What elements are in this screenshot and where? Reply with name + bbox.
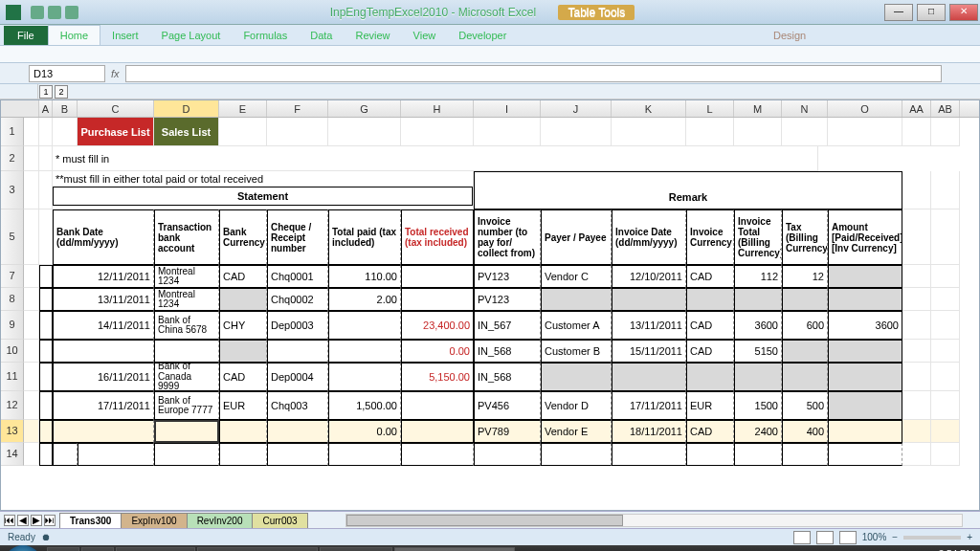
save-icon[interactable]	[31, 6, 44, 19]
cell-total-paid[interactable]: 0.00	[328, 420, 401, 443]
horizontal-scrollbar[interactable]	[345, 514, 963, 527]
cell-inv-date[interactable]: 18/11/2011	[612, 420, 686, 443]
cell-amount[interactable]	[828, 288, 902, 311]
cell-total-paid[interactable]	[328, 311, 401, 340]
cell[interactable]	[39, 363, 53, 391]
cell-inv-date[interactable]	[612, 288, 686, 311]
row-header[interactable]: 9	[1, 311, 24, 340]
cell-payer[interactable]: Vendor D	[541, 391, 612, 420]
cell-inv-curr[interactable]: CAD	[686, 420, 734, 443]
cell[interactable]	[902, 340, 931, 363]
cell-total-recv[interactable]: 0.00	[401, 340, 474, 363]
cell-total-paid[interactable]: 110.00	[328, 265, 401, 288]
redo-icon[interactable]	[65, 6, 78, 19]
cell[interactable]	[902, 420, 931, 443]
cell[interactable]	[474, 118, 541, 146]
minimize-button[interactable]: —	[884, 4, 913, 21]
cell-trans-acct[interactable]: Bank of Europe 7777	[154, 391, 219, 420]
cell[interactable]	[612, 443, 686, 466]
cell[interactable]	[39, 311, 53, 340]
cell[interactable]	[931, 420, 960, 443]
cell-amount[interactable]	[828, 420, 902, 443]
row-header[interactable]: 10	[1, 340, 24, 363]
cell-total-paid[interactable]: 1,500.00	[328, 391, 401, 420]
cell-amount[interactable]	[828, 265, 902, 288]
cell-inv-date[interactable]	[612, 363, 686, 391]
cell-total-paid[interactable]: 2.00	[328, 288, 401, 311]
cell[interactable]	[686, 118, 734, 146]
cell[interactable]	[902, 363, 931, 391]
taskbar-item-excel[interactable]: Microsoft Excel - I...	[394, 547, 515, 551]
cell-total-recv[interactable]	[401, 391, 474, 420]
cell-trans-acct[interactable]: Bank of China 5678	[154, 311, 219, 340]
cell-tax[interactable]	[782, 288, 828, 311]
tab-review[interactable]: Review	[344, 26, 401, 45]
cell[interactable]	[686, 443, 734, 466]
cell[interactable]	[734, 118, 782, 146]
taskbar-item-yourcov9[interactable]: YourCoV9	[116, 547, 195, 551]
cell-inv-no[interactable]: IN_568	[474, 340, 541, 363]
cell[interactable]	[401, 118, 474, 146]
cell[interactable]	[541, 118, 612, 146]
cell-cheque[interactable]: Dep0004	[267, 363, 328, 391]
cell-inv-no[interactable]: PV789	[474, 420, 541, 443]
cell-amount[interactable]	[828, 391, 902, 420]
row-header[interactable]: 1	[1, 118, 24, 146]
row-header[interactable]: 7	[1, 265, 24, 288]
cell-cheque[interactable]	[267, 340, 328, 363]
cell-trans-acct[interactable]	[154, 340, 219, 363]
sheet-tab-trans300[interactable]: Trans300	[59, 513, 122, 528]
cell[interactable]	[39, 288, 53, 311]
cell-inv-curr[interactable]: EUR	[686, 391, 734, 420]
view-layout-icon[interactable]	[816, 531, 834, 544]
cell-bank-curr[interactable]: CAD	[219, 265, 267, 288]
cell[interactable]	[474, 443, 541, 466]
sheet-tab-curr003[interactable]: Curr003	[252, 513, 307, 528]
cell[interactable]	[931, 363, 960, 391]
cell-inv-date[interactable]: 15/11/2011	[612, 340, 686, 363]
cell[interactable]	[39, 391, 53, 420]
cell[interactable]	[931, 391, 960, 420]
cell[interactable]	[782, 118, 828, 146]
outline-stub[interactable]	[24, 391, 39, 420]
cell[interactable]	[328, 118, 401, 146]
quick-access-toolbar[interactable]	[27, 6, 82, 19]
outline-stub[interactable]	[24, 420, 39, 443]
cell-inv-total[interactable]: 5150	[734, 340, 782, 363]
worksheet[interactable]: A B C D E F G H I J K L M N O AA AB 1Pur…	[0, 99, 980, 511]
row-header[interactable]: 2	[1, 146, 24, 171]
cell-total-recv[interactable]	[401, 420, 474, 443]
cell-bank-date[interactable]: 17/11/2011	[53, 391, 154, 420]
cell-cheque[interactable]: Dep0003	[267, 311, 328, 340]
cell-tax[interactable]: 400	[782, 420, 828, 443]
cell[interactable]	[931, 340, 960, 363]
tab-page-layout[interactable]: Page Layout	[150, 26, 233, 45]
cell-trans-acct[interactable]: Montreal 1234	[154, 265, 219, 288]
cell-inv-date[interactable]: 17/11/2011	[612, 391, 686, 420]
cell-amount[interactable]	[828, 363, 902, 391]
cell-inv-no[interactable]: PV456	[474, 391, 541, 420]
cell-bank-curr[interactable]	[219, 340, 267, 363]
cell[interactable]	[53, 443, 78, 466]
cell[interactable]	[328, 443, 401, 466]
cell[interactable]	[154, 443, 219, 466]
cell-bank-date[interactable]	[53, 340, 154, 363]
cell[interactable]	[931, 171, 960, 209]
cell[interactable]	[39, 443, 53, 466]
cell[interactable]	[931, 311, 960, 340]
cell-inv-total[interactable]	[734, 363, 782, 391]
cell-payer[interactable]: Vendor C	[541, 265, 612, 288]
cell-trans-acct[interactable]	[154, 420, 219, 443]
cell[interactable]	[39, 340, 53, 363]
sales-list-button[interactable]: Sales List	[154, 118, 219, 146]
cell[interactable]	[39, 146, 53, 171]
cell-inv-total[interactable]: 3600	[734, 311, 782, 340]
cell-total-recv[interactable]: 23,400.00	[401, 311, 474, 340]
cell-total-recv[interactable]	[401, 288, 474, 311]
cell-bank-date[interactable]: 13/11/2011	[53, 288, 154, 311]
row-header[interactable]: 11	[1, 363, 24, 391]
fx-icon[interactable]: fx	[111, 68, 120, 79]
row-header[interactable]: 5	[1, 209, 24, 265]
sheet-nav-prev[interactable]: ◀	[17, 515, 29, 526]
cell-tax[interactable]: 600	[782, 311, 828, 340]
